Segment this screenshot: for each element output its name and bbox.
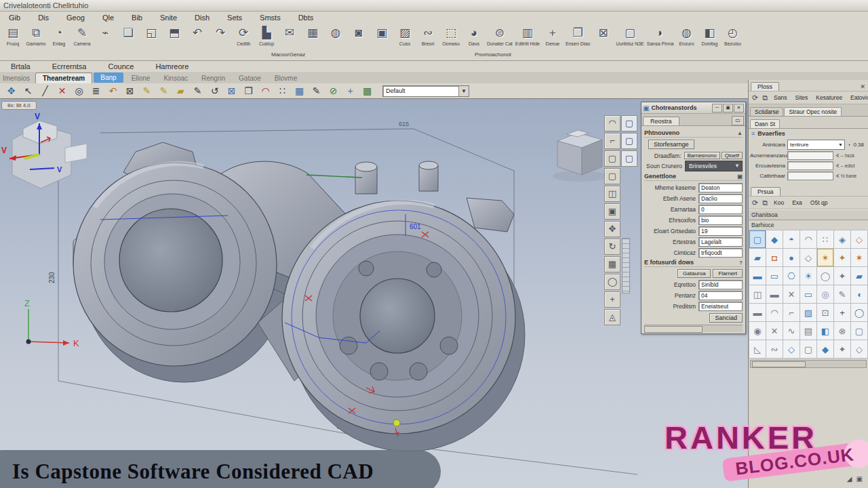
dock-menu-item[interactable]: Sites	[791, 94, 812, 101]
library-icon[interactable]: ◠	[766, 304, 783, 321]
draw-tool-button[interactable]: ✎	[308, 85, 325, 96]
toolbar-button[interactable]: ▣	[370, 25, 393, 41]
scrollbar-thumb[interactable]	[644, 326, 703, 333]
library-icon[interactable]: ✦	[834, 340, 850, 358]
library-icon[interactable]: ▢	[749, 230, 766, 248]
dock-subtab[interactable]: Dasn St	[750, 119, 780, 128]
draw-tool-button[interactable]: ▰	[172, 85, 189, 96]
toolbar-button[interactable]: ◙	[347, 25, 370, 41]
chevron-down-icon[interactable]: ▼	[458, 86, 469, 96]
dock-menu-item[interactable]: Kesaturee	[812, 94, 846, 101]
properties-tab[interactable]: Reostra	[643, 117, 679, 125]
circle-icon[interactable]: ◔	[847, 142, 850, 148]
menu-item[interactable]: Bib	[123, 12, 151, 24]
viewport-tool-button[interactable]: ⌐	[604, 133, 620, 149]
library-icon[interactable]: ●	[783, 249, 800, 266]
library-icon[interactable]: ◓	[783, 230, 800, 248]
toolbar-button[interactable]: ▤ Fruoq	[1, 25, 24, 47]
confirm-button[interactable]: Sanciad	[709, 313, 743, 323]
toolbar-button[interactable]: ⟳ Cedtib	[232, 25, 255, 47]
dock-menu-item[interactable]: O5t qp	[806, 199, 832, 206]
toolbar-button[interactable]: ◕ Davs	[462, 25, 486, 47]
viewport-tool-button[interactable]: ▢	[621, 150, 637, 167]
library-icon[interactable]: ⌐	[783, 304, 800, 321]
draw-tool-button[interactable]: ⊠	[121, 85, 138, 96]
library-icon[interactable]: ⊡	[817, 304, 833, 321]
toolbar-button[interactable]: ▦	[301, 25, 324, 41]
library-icon[interactable]: ◠	[800, 230, 816, 248]
draw-tool-button[interactable]: ╱	[37, 85, 54, 96]
library-icon[interactable]: ∷	[817, 230, 833, 248]
menu-item[interactable]: Ecrrerntsa	[41, 61, 98, 72]
library-icon[interactable]: ◇	[783, 340, 800, 358]
draw-tool-button[interactable]: ❐	[240, 85, 257, 96]
viewport-tool-button[interactable]: ◫	[604, 186, 620, 202]
toolbar-button[interactable]: ❐ Ensen Dtao	[564, 25, 592, 47]
draw-tool-button[interactable]: ✎	[189, 85, 206, 96]
section-header[interactable]: E fotusurdi dows?	[644, 259, 743, 267]
library-icon[interactable]: ◎	[817, 285, 833, 303]
section-header[interactable]: Phtnouveno▲	[644, 129, 743, 138]
mode-tab[interactable]: Kinsoac	[157, 73, 195, 83]
menu-item[interactable]: Dis	[29, 12, 58, 24]
library-icon[interactable]: ▢	[800, 340, 816, 358]
field-input[interactable]: trfiqoodt	[698, 248, 743, 258]
library-icon[interactable]: ✕	[766, 322, 783, 340]
library-icon[interactable]: ✶	[851, 249, 867, 266]
toolbar-button[interactable]: ✉	[278, 25, 301, 41]
dock-subtab[interactable]: Straur Opec nosite	[784, 107, 842, 116]
refresh-icon[interactable]: ⟳	[752, 199, 758, 207]
field-input[interactable]: Deaton	[698, 183, 743, 192]
dock-tab[interactable]: Prsua	[751, 187, 781, 196]
library-icon[interactable]: ∿	[783, 322, 800, 340]
draw-tool-button[interactable]: ≣	[87, 85, 104, 96]
toolbar-button[interactable]: ◍	[324, 25, 347, 41]
draw-tool-button[interactable]: ✥	[3, 85, 20, 96]
draw-tool-button[interactable]: ◎	[71, 85, 87, 96]
draw-tool-button[interactable]: ✎	[138, 85, 155, 96]
draw-tool-button[interactable]: ∷	[274, 85, 291, 96]
viewport-tool-button[interactable]: +	[604, 291, 620, 308]
toolbar-button[interactable]: ⬒	[163, 25, 186, 41]
layers-icon[interactable]: ⧉	[762, 94, 768, 102]
mode-tab[interactable]: Elione	[125, 73, 157, 83]
window-control-button[interactable]: ✕	[734, 104, 744, 113]
toolbar-button[interactable]: ↷	[209, 25, 232, 41]
field-input[interactable]	[787, 161, 833, 170]
draw-tool-button[interactable]: ↖	[20, 85, 37, 96]
library-icon[interactable]: ◘	[766, 249, 783, 266]
section-icon[interactable]: ▣	[737, 174, 743, 180]
viewport-tool-button[interactable]: ▢	[604, 168, 620, 184]
field-input[interactable]: Eneiatseut	[698, 302, 743, 311]
library-icon[interactable]: ◇	[851, 230, 867, 248]
menu-item[interactable]: Counce	[98, 61, 145, 72]
menu-item[interactable]: Hamreore	[144, 61, 199, 72]
library-icon[interactable]: ✦	[834, 267, 850, 285]
draw-tool-button[interactable]: ✎	[155, 85, 172, 96]
draw-tool-button[interactable]: ↺	[206, 85, 223, 96]
window-control-button[interactable]: ▣	[723, 104, 733, 113]
library-icon[interactable]: ✕	[783, 285, 800, 303]
field-input[interactable]	[787, 171, 833, 180]
toolbar-button[interactable]: ◴ Bezuiso	[721, 25, 744, 47]
viewport-scroll-handle[interactable]	[622, 238, 630, 293]
layers-icon[interactable]: ⧉	[762, 199, 768, 207]
mode-tab[interactable]: Blovme	[268, 73, 304, 83]
refresh-icon[interactable]: ⟳	[752, 94, 758, 102]
viewport-tool-button[interactable]: ✥	[604, 221, 620, 237]
close-icon[interactable]: ✕	[860, 83, 865, 90]
horizontal-scrollbar[interactable]	[750, 360, 867, 368]
draw-tool-button[interactable]: ⊘	[325, 85, 342, 96]
menu-item[interactable]: Dbts	[290, 12, 323, 24]
toolbar-button[interactable]: ⌁	[94, 25, 117, 41]
scrollbar-thumb[interactable]	[752, 361, 806, 367]
section-header[interactable]: Genettlone▣	[644, 173, 743, 181]
toolbar-button[interactable]: ✎ Camera	[71, 25, 94, 47]
draw-tool-button[interactable]: ⊠	[223, 85, 240, 96]
dock-menu-item[interactable]: Eatovio	[846, 94, 868, 101]
library-icon[interactable]: ▢	[851, 322, 867, 340]
viewport-tool-button[interactable]: ↻	[604, 239, 620, 255]
toggle-button[interactable]: Barnesnono	[684, 152, 720, 159]
library-icon[interactable]: ◯	[817, 267, 833, 285]
library-icon[interactable]: ✶	[817, 249, 833, 266]
